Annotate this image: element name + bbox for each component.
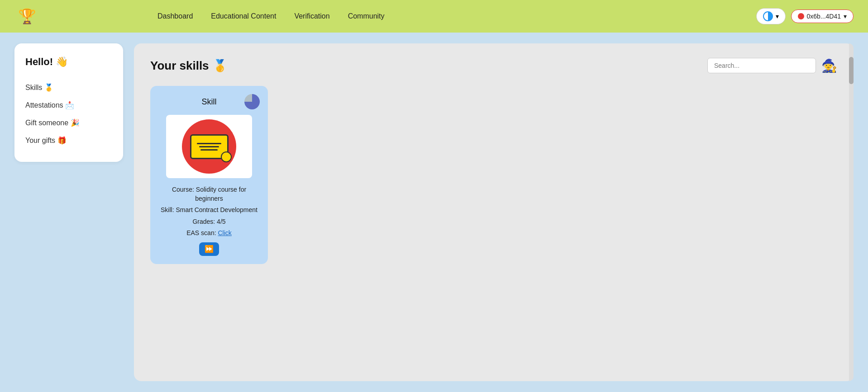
wallet-dot-icon	[798, 13, 804, 19]
skill-card: Skill	[150, 86, 268, 264]
cert-seal	[221, 151, 232, 162]
skill-card-header: Skill	[158, 94, 260, 109]
scrollbar-thumb[interactable]	[849, 57, 854, 84]
skill-status-button[interactable]	[244, 94, 260, 109]
main-wrapper: Hello! 👋 Skills 🥇 Attestations 📩 Gift so…	[0, 33, 868, 392]
skill-card-title: Skill	[174, 97, 244, 107]
sidebar-item-your-gifts[interactable]: Your gifts 🎁	[25, 132, 112, 149]
cert-inner	[190, 134, 229, 159]
cert-lines	[197, 143, 221, 151]
course-label: Course: Solidity course for beginners	[158, 185, 260, 203]
title-emoji: 🥇	[213, 59, 227, 73]
certificate-image	[166, 115, 252, 178]
network-button[interactable]: ▾	[756, 8, 786, 24]
search-input[interactable]	[707, 58, 816, 73]
logo: 🏆	[14, 4, 40, 29]
eas-scan: EAS scan: Click	[158, 229, 260, 238]
nav-item-dashboard[interactable]: Dashboard	[157, 12, 193, 20]
sidebar-item-attestations[interactable]: Attestations 📩	[25, 96, 112, 114]
header: 🏆 Dashboard Educational Content Verifica…	[0, 0, 868, 33]
skills-header: Your skills 🥇 🧙	[150, 58, 837, 73]
nav-item-educational-content[interactable]: Educational Content	[211, 12, 276, 20]
chevron-down-icon: ▾	[844, 13, 847, 20]
sidebar-item-gift-someone[interactable]: Gift someone 🎉	[25, 114, 112, 132]
cert-circle	[182, 119, 236, 174]
wallet-button[interactable]: 0x6b...4D41 ▾	[791, 9, 854, 23]
main-nav: Dashboard Educational Content Verificati…	[157, 12, 756, 20]
network-icon	[763, 11, 773, 21]
sidebar-item-skills[interactable]: Skills 🥇	[25, 79, 112, 96]
sidebar-greeting: Hello! 👋	[25, 56, 112, 68]
nav-item-verification[interactable]: Verification	[294, 12, 329, 20]
nav-item-community[interactable]: Community	[348, 12, 385, 20]
page-title: Your skills 🥇	[150, 59, 227, 73]
wallet-address: 0x6b...4D41	[807, 13, 841, 20]
skill-label: Skill: Smart Contract Development	[158, 206, 260, 215]
skills-header-right: 🧙	[707, 58, 837, 73]
header-right: ▾ 0x6b...4D41 ▾	[756, 8, 854, 24]
chevron-down-icon: ▾	[776, 13, 779, 20]
cards-container: Skill	[150, 86, 837, 264]
scrollbar-track[interactable]	[849, 43, 854, 381]
cert-line-2	[199, 146, 219, 147]
card-info: Course: Solidity course for beginners Sk…	[158, 185, 260, 256]
grades-label: Grades: 4/5	[158, 217, 260, 227]
eas-scan-link[interactable]: Click	[218, 229, 231, 236]
sidebar: Hello! 👋 Skills 🥇 Attestations 📩 Gift so…	[14, 43, 123, 162]
card-forward-button[interactable]: ⏩	[199, 242, 219, 256]
cert-line-1	[197, 143, 221, 144]
cert-line-3	[200, 149, 218, 151]
content-area: Your skills 🥇 🧙 Skill	[134, 43, 854, 381]
wizard-icon[interactable]: 🧙	[821, 58, 837, 73]
